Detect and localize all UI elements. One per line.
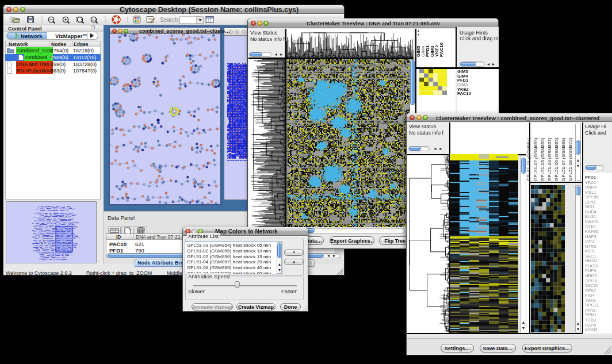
- svg-text:1:1: 1:1: [93, 18, 97, 21]
- svg-text:Search:: Search:: [160, 17, 179, 23]
